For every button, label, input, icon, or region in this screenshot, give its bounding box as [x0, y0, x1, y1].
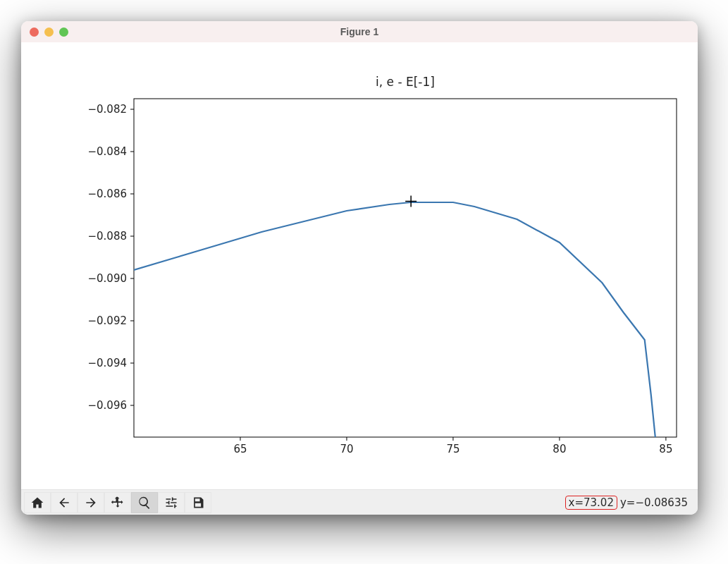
close-button[interactable]	[30, 27, 39, 37]
home-icon	[30, 496, 44, 510]
window-controls	[21, 27, 68, 37]
move-icon	[111, 496, 125, 510]
y-tick-label: −0.088	[87, 230, 127, 243]
x-tick-label: 75	[446, 443, 459, 455]
zoom-button[interactable]	[131, 492, 158, 513]
y-tick-label: −0.096	[87, 399, 127, 412]
titlebar[interactable]: Figure 1	[21, 21, 698, 42]
x-tick-label: 80	[553, 443, 566, 455]
plot-canvas[interactable]: i, e - E[-1]6570758085−0.082−0.084−0.086…	[21, 42, 698, 489]
forward-button[interactable]	[78, 492, 104, 513]
x-tick-label: 70	[340, 443, 353, 455]
magnify-icon	[137, 496, 152, 510]
minimize-button[interactable]	[44, 27, 54, 37]
chart-svg: i, e - E[-1]6570758085−0.082−0.084−0.086…	[21, 42, 698, 489]
toolbar: x=73.02 y=−0.08635	[21, 489, 698, 515]
data-line	[134, 202, 655, 437]
y-tick-label: −0.086	[87, 188, 127, 200]
save-icon	[191, 496, 205, 510]
x-tick-label: 85	[659, 443, 672, 455]
x-tick-label: 65	[233, 443, 247, 455]
y-tick-label: −0.092	[87, 314, 127, 327]
sliders-icon	[164, 496, 178, 510]
coordinate-readout: x=73.02 y=−0.08635	[565, 496, 695, 510]
zoom-window-button[interactable]	[59, 27, 68, 37]
chart-title: i, e - E[-1]	[376, 75, 435, 89]
coord-x: x=73.02	[565, 496, 617, 510]
window-title: Figure 1	[21, 26, 698, 37]
coord-y: y=−0.08635	[620, 496, 688, 509]
y-tick-label: −0.094	[87, 357, 127, 369]
axes-frame	[134, 99, 677, 437]
arrow-right-icon	[84, 496, 98, 510]
save-button[interactable]	[185, 492, 211, 513]
pan-button[interactable]	[104, 492, 131, 513]
y-tick-label: −0.082	[87, 103, 127, 116]
home-button[interactable]	[24, 492, 51, 513]
back-button[interactable]	[51, 492, 78, 513]
figure-window: Figure 1 i, e - E[-1]6570758085−0.082−0.…	[21, 21, 698, 515]
y-tick-label: −0.084	[87, 145, 127, 158]
arrow-left-icon	[57, 496, 71, 510]
y-tick-label: −0.090	[87, 272, 127, 285]
configure-subplots-button[interactable]	[158, 492, 185, 513]
